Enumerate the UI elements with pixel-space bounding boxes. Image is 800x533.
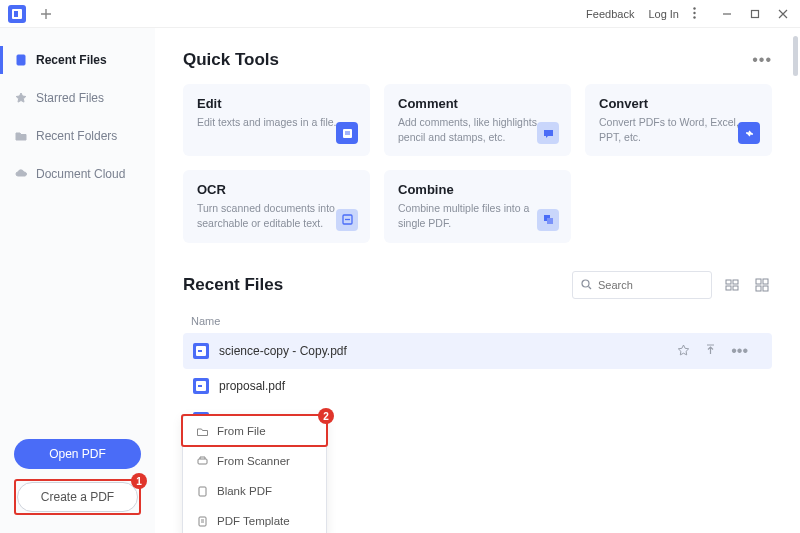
- svg-rect-15: [733, 286, 738, 290]
- comment-icon: [537, 122, 559, 144]
- tool-card-edit[interactable]: Edit Edit texts and images in a file.: [183, 84, 370, 156]
- svg-rect-13: [733, 280, 738, 284]
- close-button[interactable]: [774, 5, 792, 23]
- popup-item-from-scanner[interactable]: From Scanner: [183, 446, 326, 476]
- search-icon: [581, 276, 592, 294]
- open-pdf-button[interactable]: Open PDF: [14, 439, 141, 469]
- tool-title: OCR: [197, 182, 356, 197]
- quick-tools-more-button[interactable]: •••: [752, 51, 772, 69]
- blank-page-icon: [195, 484, 209, 498]
- star-button[interactable]: [677, 344, 690, 357]
- grid-view-button[interactable]: [752, 275, 772, 295]
- svg-rect-23: [198, 385, 202, 387]
- svg-rect-18: [756, 286, 761, 291]
- annotation-highlight-1: Create a PDF 1: [14, 479, 141, 515]
- tool-title: Edit: [197, 96, 356, 111]
- svg-rect-17: [763, 279, 768, 284]
- cloud-icon: [14, 167, 28, 181]
- tool-card-combine[interactable]: Combine Combine multiple files into a si…: [384, 170, 571, 242]
- svg-rect-1: [14, 11, 18, 17]
- feedback-link[interactable]: Feedback: [586, 8, 634, 20]
- svg-rect-27: [199, 487, 206, 496]
- upload-button[interactable]: [704, 344, 717, 357]
- popup-item-label: From Scanner: [217, 455, 290, 467]
- login-link[interactable]: Log In: [648, 8, 679, 20]
- titlebar-left: [8, 4, 56, 24]
- file-row[interactable]: proposal.pdf: [183, 369, 772, 403]
- popup-item-pdf-template[interactable]: PDF Template: [183, 506, 326, 533]
- more-menu-button[interactable]: [693, 7, 696, 21]
- scrollbar[interactable]: [793, 36, 798, 76]
- svg-rect-5: [752, 10, 759, 17]
- folder-icon: [14, 129, 28, 143]
- list-view-button[interactable]: [722, 275, 742, 295]
- svg-rect-26: [198, 459, 207, 464]
- popup-item-label: PDF Template: [217, 515, 290, 527]
- sidebar-item-label: Recent Folders: [36, 129, 117, 143]
- create-pdf-popup: 2 From File From Scanner Blank PDF PDF T…: [182, 415, 327, 533]
- new-tab-button[interactable]: [36, 4, 56, 24]
- window-controls: [718, 5, 792, 23]
- svg-rect-19: [763, 286, 768, 291]
- recent-controls: [572, 271, 772, 299]
- edit-icon: [336, 122, 358, 144]
- template-icon: [195, 514, 209, 528]
- svg-rect-6: [17, 55, 25, 65]
- svg-point-2: [693, 7, 695, 9]
- quick-tools-header: Quick Tools •••: [183, 50, 772, 70]
- tool-desc: Turn scanned documents into searchable o…: [197, 201, 356, 230]
- minimize-button[interactable]: [718, 5, 736, 23]
- popup-item-label: Blank PDF: [217, 485, 272, 497]
- ocr-icon: [336, 209, 358, 231]
- tool-card-ocr[interactable]: OCR Turn scanned documents into searchab…: [183, 170, 370, 242]
- sidebar-item-label: Document Cloud: [36, 167, 125, 181]
- popup-item-blank-pdf[interactable]: Blank PDF: [183, 476, 326, 506]
- sidebar-item-recent-folders[interactable]: Recent Folders: [0, 122, 155, 150]
- scanner-icon: [195, 454, 209, 468]
- column-header-name: Name: [183, 309, 772, 333]
- pdf-file-icon: [193, 378, 209, 394]
- file-more-button[interactable]: •••: [731, 342, 748, 360]
- svg-point-4: [693, 16, 695, 18]
- recent-files-header: Recent Files: [183, 271, 772, 299]
- tool-desc: Combine multiple files into a single PDF…: [398, 201, 557, 230]
- main-layout: Recent Files Starred Files Recent Folder…: [0, 28, 800, 533]
- tool-title: Comment: [398, 96, 557, 111]
- sidebar-item-starred-files[interactable]: Starred Files: [0, 84, 155, 112]
- sidebar-item-recent-files[interactable]: Recent Files: [0, 46, 155, 74]
- recent-files-title: Recent Files: [183, 275, 283, 295]
- sidebar-item-label: Recent Files: [36, 53, 107, 67]
- svg-rect-14: [726, 286, 731, 290]
- create-pdf-button[interactable]: Create a PDF: [17, 482, 138, 512]
- sidebar: Recent Files Starred Files Recent Folder…: [0, 28, 155, 533]
- document-icon: [14, 53, 28, 67]
- titlebar: Feedback Log In: [0, 0, 800, 28]
- search-box[interactable]: [572, 271, 712, 299]
- titlebar-right: Feedback Log In: [586, 5, 792, 23]
- folder-icon: [195, 424, 209, 438]
- svg-rect-12: [726, 280, 731, 284]
- file-name: science-copy - Copy.pdf: [219, 344, 667, 358]
- svg-point-11: [582, 280, 589, 287]
- file-row[interactable]: science-copy - Copy.pdf •••: [183, 333, 772, 369]
- tool-card-convert[interactable]: Convert Convert PDFs to Word, Excel, PPT…: [585, 84, 772, 156]
- popup-item-label: From File: [217, 425, 266, 437]
- tool-desc: Convert PDFs to Word, Excel, PPT, etc.: [599, 115, 758, 144]
- maximize-button[interactable]: [746, 5, 764, 23]
- combine-icon: [537, 209, 559, 231]
- file-actions: •••: [677, 342, 762, 360]
- svg-point-3: [693, 11, 695, 13]
- star-icon: [14, 91, 28, 105]
- popup-item-from-file[interactable]: From File: [183, 416, 326, 446]
- svg-rect-16: [756, 279, 761, 284]
- search-input[interactable]: [598, 279, 703, 291]
- sidebar-item-document-cloud[interactable]: Document Cloud: [0, 160, 155, 188]
- annotation-badge-1: 1: [131, 473, 147, 489]
- convert-icon: [738, 122, 760, 144]
- tool-card-comment[interactable]: Comment Add comments, like highlights, p…: [384, 84, 571, 156]
- sidebar-bottom: Open PDF Create a PDF 1: [0, 429, 155, 533]
- tool-desc: Edit texts and images in a file.: [197, 115, 356, 130]
- file-name: proposal.pdf: [219, 379, 762, 393]
- app-logo-icon: [8, 5, 26, 23]
- tool-desc: Add comments, like highlights, pencil an…: [398, 115, 557, 144]
